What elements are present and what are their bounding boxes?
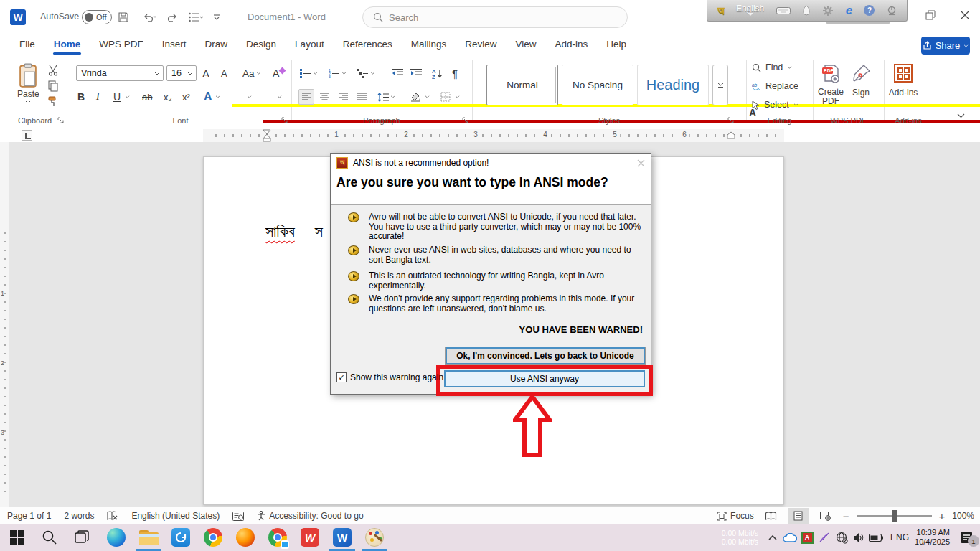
proofing-errors-icon[interactable]	[107, 511, 118, 521]
tab-help[interactable]: Help	[597, 34, 636, 55]
print-layout-button[interactable]	[788, 508, 809, 524]
multilevel-list-button[interactable]	[357, 65, 369, 81]
accessibility-status[interactable]: Accessibility: Good to go	[257, 511, 363, 521]
bullets-button[interactable]	[300, 65, 311, 81]
tray-chevron-up-icon[interactable]	[764, 535, 781, 540]
restore-window-icon[interactable]	[925, 10, 936, 20]
checkbox-checked-icon[interactable]: ✓	[336, 372, 347, 382]
taskbar-paint-icon[interactable]	[359, 524, 390, 551]
network-speed-indicator[interactable]: 0.00 Mbit/s 0.00 Mbit/s	[722, 529, 758, 546]
tab-add-ins[interactable]: Add-ins	[546, 34, 598, 55]
text-effects-chevron-icon[interactable]	[215, 89, 220, 105]
start-button[interactable]	[1, 524, 33, 551]
undo-icon[interactable]	[142, 11, 156, 23]
document-text[interactable]: সাকিব স	[265, 222, 323, 240]
customize-quick-access-icon[interactable]	[212, 11, 221, 23]
taskbar-recorder-icon[interactable]	[165, 524, 197, 551]
notification-center-button[interactable]: 1	[960, 531, 973, 544]
font-name-select[interactable]: Vrinda	[76, 65, 164, 81]
subscript-button[interactable]: x₂	[164, 89, 172, 105]
close-window-icon[interactable]	[960, 10, 970, 20]
numbering-button[interactable]: 123	[329, 65, 340, 81]
tab-selector-icon[interactable]	[22, 130, 32, 141]
italic-button[interactable]: I	[96, 89, 100, 105]
shrink-font-button[interactable]: Aˇ	[221, 65, 229, 81]
line-spacing-button[interactable]	[377, 89, 389, 105]
tab-file[interactable]: File	[10, 34, 44, 55]
grow-font-button[interactable]: Aˆ	[202, 65, 212, 81]
shading-button[interactable]	[410, 89, 422, 105]
zoom-slider-handle[interactable]	[892, 510, 897, 522]
no-internet-globe-icon[interactable]	[833, 532, 850, 544]
clipboard-dialog-launcher-icon[interactable]	[57, 117, 65, 124]
pen-tool-tray-icon[interactable]	[816, 532, 833, 543]
dialog-title-bar[interactable]: অ ANSI is not a recommended option!	[331, 154, 651, 172]
zoom-slider[interactable]	[857, 515, 932, 517]
avro-tray-icon[interactable]: A	[798, 532, 816, 544]
tab-layout[interactable]: Layout	[286, 34, 334, 55]
share-button[interactable]: Share	[921, 37, 970, 55]
battery-icon[interactable]	[867, 534, 885, 542]
back-to-unicode-button[interactable]: Ok, I'm convinced. Lets go back to Unico…	[446, 347, 645, 364]
avro-help-icon[interactable]: ?	[864, 5, 875, 16]
align-center-button[interactable]	[320, 89, 329, 105]
underline-options-chevron-icon[interactable]	[125, 89, 130, 105]
tab-home[interactable]: Home	[44, 34, 90, 55]
font-dialog-launcher-icon[interactable]	[281, 117, 288, 124]
format-painter-icon[interactable]	[47, 96, 59, 108]
read-mode-button[interactable]	[761, 508, 781, 524]
style-normal[interactable]: Normal	[486, 65, 558, 105]
avro-browser-icon[interactable]: e	[846, 4, 852, 18]
avro-exit-icon[interactable]	[887, 6, 897, 16]
task-view-button[interactable]	[66, 524, 98, 551]
replace-button[interactable]: ab Replace	[752, 81, 798, 91]
avro-logo-icon[interactable]: অ	[717, 4, 724, 17]
bullet-list-icon[interactable]	[188, 11, 204, 23]
bullets-chevron-icon[interactable]	[313, 65, 318, 81]
line-spacing-chevron-icon[interactable]	[390, 89, 395, 105]
tab-mailings[interactable]: Mailings	[402, 34, 456, 55]
show-formatting-marks-button[interactable]: ¶	[452, 65, 458, 81]
redo-icon[interactable]	[166, 11, 178, 23]
onedrive-icon[interactable]	[781, 533, 798, 542]
justify-button[interactable]	[357, 89, 367, 105]
word-app-icon[interactable]: W	[10, 9, 26, 25]
paragraph-dialog-launcher-icon[interactable]	[462, 117, 469, 124]
document-word[interactable]: স	[315, 222, 323, 240]
add-ins-button[interactable]	[893, 63, 913, 83]
avro-settings-gear-icon[interactable]	[822, 5, 834, 17]
word-count[interactable]: 2 words	[64, 511, 94, 521]
change-case-button[interactable]: Aa	[242, 65, 261, 81]
style-heading[interactable]: Heading	[637, 65, 709, 105]
volume-icon[interactable]	[850, 532, 867, 543]
taskbar-firefox-icon[interactable]	[230, 524, 261, 551]
sort-button[interactable]: AZ	[432, 65, 444, 81]
strikethrough-button[interactable]: ab	[142, 89, 152, 105]
taskbar-word-icon[interactable]: W	[326, 524, 358, 551]
zoom-percentage[interactable]: 100%	[952, 511, 974, 521]
focus-mode-button[interactable]: Focus	[717, 511, 754, 521]
increase-indent-icon[interactable]	[410, 65, 422, 81]
tab-references[interactable]: References	[334, 34, 402, 55]
borders-chevron-icon[interactable]	[455, 89, 460, 105]
autosave-toggle[interactable]: Off	[82, 10, 112, 24]
taskbar-chrome-beta-icon[interactable]	[262, 524, 293, 551]
tab-review[interactable]: Review	[456, 34, 506, 55]
taskbar-file-explorer-icon[interactable]	[133, 524, 164, 551]
taskbar-chrome-icon[interactable]	[197, 524, 229, 551]
sign-button[interactable]	[851, 63, 872, 85]
tab-insert[interactable]: Insert	[153, 34, 196, 55]
style-no-spacing[interactable]: No Spacing	[562, 65, 633, 105]
misspelled-word[interactable]: সাকিব	[265, 222, 295, 240]
superscript-button[interactable]: x²	[182, 89, 190, 105]
tab-design[interactable]: Design	[237, 34, 286, 55]
font-color-chevron-icon[interactable]	[277, 89, 282, 105]
paste-button[interactable]: Paste	[17, 63, 39, 104]
tab-view[interactable]: View	[507, 34, 546, 55]
taskbar-clock[interactable]: 10:39 AM 10/4/2025	[915, 528, 950, 547]
highlight-chevron-icon[interactable]	[247, 89, 252, 105]
cut-icon[interactable]	[47, 65, 59, 76]
multilevel-chevron-icon[interactable]	[370, 65, 375, 81]
avro-language-switcher[interactable]: English	[736, 5, 764, 16]
text-effects-button[interactable]: A	[204, 89, 212, 105]
